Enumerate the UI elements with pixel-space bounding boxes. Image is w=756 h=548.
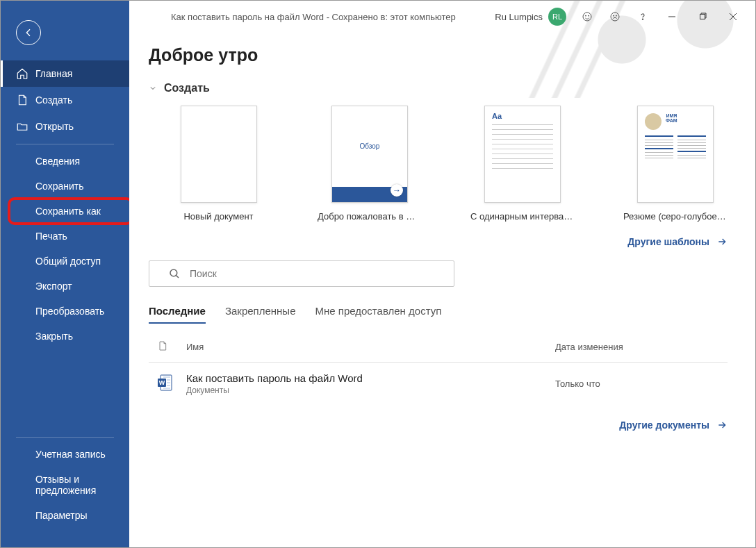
column-date[interactable]: Дата изменения <box>555 342 722 352</box>
template-label: С одинарным интервало... <box>470 211 575 222</box>
back-button[interactable] <box>16 20 41 45</box>
template-thumb: Обзор → <box>331 106 408 203</box>
sidebar-label-home: Главная <box>35 68 72 79</box>
file-icon-header <box>157 340 186 354</box>
frown-icon[interactable] <box>601 6 629 27</box>
list-header: Имя Дата изменения <box>149 336 728 363</box>
sidebar-item-save[interactable]: Сохранить <box>1 174 129 199</box>
template-label: Новый документ <box>168 211 269 222</box>
document-title: Как поставить пароль на файл Word - Сохр… <box>171 12 456 22</box>
sidebar-item-save-as[interactable]: Сохранить как <box>1 199 129 224</box>
file-date: Только что <box>555 379 722 389</box>
template-label: Добро пожаловать в Word <box>318 211 422 222</box>
sidebar-item-options[interactable]: Параметры <box>1 503 129 528</box>
sidebar-item-transform[interactable]: Преобразовать <box>1 299 129 324</box>
sidebar-item-new[interactable]: Создать <box>1 87 129 113</box>
sidebar-item-open[interactable]: Открыть <box>1 113 129 140</box>
smiley-icon[interactable] <box>573 6 601 27</box>
sidebar-label-open: Открыть <box>35 121 74 132</box>
template-badge: Обзор <box>332 142 407 150</box>
sidebar-separator <box>16 437 114 438</box>
word-file-icon: W <box>157 374 186 395</box>
template-thumb <box>181 106 257 203</box>
window-close-button[interactable] <box>718 6 748 27</box>
recent-tabs: Последние Закрепленные Мне предоставлен … <box>149 305 728 324</box>
resume-cols <box>645 135 706 160</box>
search-input[interactable] <box>149 260 454 287</box>
more-templates-link[interactable]: Другие шаблоны <box>627 236 728 247</box>
template-welcome[interactable]: Обзор → Добро пожаловать в Word <box>318 106 422 222</box>
page-title: Доброе утро <box>149 45 728 65</box>
arrow-right-icon: → <box>391 184 403 197</box>
sidebar-item-account[interactable]: Учетная запись <box>1 442 129 467</box>
search-icon <box>168 267 181 283</box>
chevron-down-icon <box>149 84 157 92</box>
folder-open-icon <box>16 120 28 133</box>
svg-rect-8 <box>700 15 705 19</box>
title-bar: Как поставить пароль на файл Word - Сохр… <box>129 1 755 33</box>
more-templates-label: Другие шаблоны <box>627 236 709 247</box>
more-documents-link[interactable]: Другие документы <box>619 420 728 431</box>
svg-point-2 <box>588 15 589 16</box>
arrow-right-icon <box>716 236 728 247</box>
sidebar-item-info[interactable]: Сведения <box>1 149 129 174</box>
template-thumb: Aa <box>484 106 561 203</box>
sidebar-label-new: Создать <box>35 94 72 106</box>
template-thumb: ИМЯФАМ <box>637 106 714 203</box>
template-blank-document[interactable]: Новый документ <box>168 106 269 222</box>
file-name: Как поставить пароль на файл Word <box>186 372 555 384</box>
sidebar-item-feedback[interactable]: Отзывы и предложения <box>1 467 129 503</box>
arrow-right-icon <box>716 420 728 431</box>
user-name[interactable]: Ru Lumpics <box>495 12 543 22</box>
file-location: Документы <box>186 385 555 395</box>
resume-head: ИМЯФАМ <box>666 113 677 123</box>
file-row[interactable]: W Как поставить пароль на файл Word Доку… <box>149 363 728 405</box>
resume-photo-icon <box>645 113 662 130</box>
sidebar-item-share[interactable]: Общий доступ <box>1 249 129 274</box>
template-lines <box>492 124 553 173</box>
tab-pinned[interactable]: Закрепленные <box>225 305 296 324</box>
tab-shared[interactable]: Мне предоставлен доступ <box>315 305 441 324</box>
help-icon[interactable] <box>629 6 657 27</box>
svg-point-6 <box>642 19 643 19</box>
tab-recent[interactable]: Последние <box>149 305 206 324</box>
svg-point-3 <box>611 13 619 21</box>
sidebar-separator <box>16 144 114 144</box>
svg-point-4 <box>613 15 614 16</box>
window-minimize-button[interactable] <box>657 6 687 27</box>
templates-row: Новый документ Обзор → Добро пожаловать … <box>168 106 728 222</box>
aa-mark: Aa <box>492 112 502 120</box>
svg-line-12 <box>176 276 179 278</box>
new-doc-icon <box>16 94 28 106</box>
window-restore-button[interactable] <box>687 6 718 27</box>
svg-point-5 <box>616 15 616 16</box>
sidebar-item-export[interactable]: Экспорт <box>1 274 129 299</box>
svg-text:W: W <box>159 379 165 386</box>
create-section-header[interactable]: Создать <box>149 82 728 94</box>
create-header-label: Создать <box>164 82 210 94</box>
sidebar-item-print[interactable]: Печать <box>1 224 129 249</box>
sidebar-item-close[interactable]: Закрыть <box>1 324 129 349</box>
sidebar-item-home[interactable]: Главная <box>1 60 129 87</box>
backstage-sidebar: Главная Создать Открыть Сведения Сохрани… <box>1 1 129 547</box>
template-single-spaced[interactable]: Aa С одинарным интервало... <box>470 106 575 222</box>
column-name[interactable]: Имя <box>186 342 555 352</box>
arrow-left-icon <box>23 27 34 38</box>
svg-point-11 <box>170 269 177 276</box>
home-icon <box>16 67 28 80</box>
avatar[interactable]: RL <box>548 8 566 26</box>
search-box <box>149 260 728 287</box>
sidebar-label-save-as: Сохранить как <box>35 206 101 217</box>
template-resume[interactable]: ИМЯФАМ Резюме (серо-голубое о... <box>623 106 728 222</box>
svg-point-0 <box>583 13 591 21</box>
template-label: Резюме (серо-голубое о... <box>623 211 728 222</box>
more-documents-label: Другие документы <box>619 420 709 431</box>
svg-point-1 <box>585 15 586 16</box>
